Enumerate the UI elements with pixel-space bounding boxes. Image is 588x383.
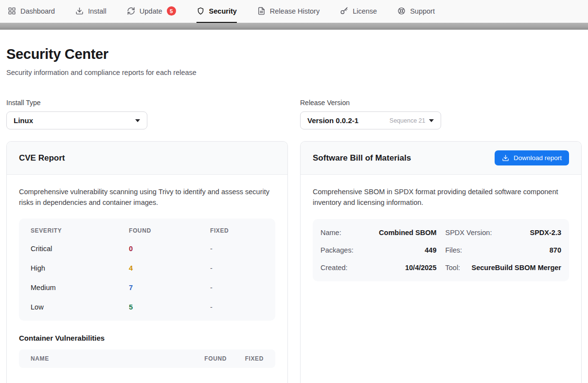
severity-name: Medium	[31, 284, 129, 292]
release-version-value: Version 0.0.2-1	[307, 116, 358, 125]
sbom-field-packages: Packages: 449	[321, 241, 437, 259]
chevron-down-icon	[135, 119, 140, 122]
field-label: Packages:	[321, 246, 354, 254]
field-label: Created:	[321, 264, 348, 272]
sbom-field-files: Files: 870	[445, 241, 562, 259]
severity-name: High	[31, 264, 129, 272]
table-row: Medium 7 -	[31, 278, 264, 297]
severity-table-header: SEVERITY FOUND FIXED	[31, 220, 264, 239]
key-icon	[340, 7, 348, 15]
nav-item-update[interactable]: Update 5	[127, 0, 176, 23]
field-value: 449	[425, 246, 436, 254]
main-content: Security Center Security information and…	[0, 46, 588, 383]
field-value: Combined SBOM	[379, 229, 436, 237]
container-vulnerabilities-table-header: NAME FOUND FIXED	[19, 349, 275, 368]
name-column-header: NAME	[31, 355, 184, 362]
field-value: 10/4/2025	[405, 264, 437, 272]
cve-description: Comprehensive vulnerability scanning usi…	[19, 187, 274, 208]
dashboard-grid-icon	[8, 7, 16, 15]
download-report-label: Download report	[514, 154, 562, 162]
top-navigation: Dashboard Install Update 5 Security Rele…	[0, 0, 588, 23]
fixed-count: -	[210, 245, 264, 253]
lifebuoy-icon	[397, 7, 406, 15]
field-value: 870	[550, 246, 561, 254]
install-type-label: Install Type	[6, 99, 288, 107]
found-column-header: FOUND	[196, 355, 227, 362]
sbom-card: Software Bill of Materials Download repo…	[300, 141, 582, 383]
table-row: Critical 0 -	[31, 239, 264, 258]
nav-item-dashboard[interactable]: Dashboard	[8, 0, 55, 23]
found-count: 7	[129, 284, 210, 292]
found-count: 0	[129, 245, 210, 253]
shield-icon	[196, 7, 205, 15]
found-column-header: FOUND	[129, 227, 210, 234]
field-value: SPDX-2.3	[530, 229, 561, 237]
nav-label: License	[353, 7, 377, 15]
sbom-card-title: Software Bill of Materials	[313, 153, 411, 163]
severity-column-header: SEVERITY	[31, 227, 129, 234]
severity-name: Low	[31, 303, 129, 311]
nav-item-release-history[interactable]: Release History	[257, 0, 320, 23]
sequence-hint: Sequence 21	[390, 117, 426, 124]
nav-label: Dashboard	[20, 7, 55, 15]
release-version-label: Release Version	[300, 99, 582, 107]
filters-row: Install Type Linux Release Version Versi…	[6, 99, 582, 129]
install-type-filter: Install Type Linux	[6, 99, 288, 129]
container-vulnerabilities-title: Container Vulnerabilities	[19, 334, 275, 342]
found-count: 4	[129, 264, 210, 272]
download-report-button[interactable]: Download report	[495, 150, 569, 165]
download-icon	[502, 154, 509, 162]
fixed-count: -	[210, 284, 264, 292]
nav-item-install[interactable]: Install	[75, 0, 107, 23]
download-icon	[75, 7, 84, 15]
nav-label: Update	[140, 7, 162, 15]
fixed-column-header: FIXED	[210, 227, 264, 234]
page-title: Security Center	[6, 46, 582, 62]
release-version-filter: Release Version Version 0.0.2-1 Sequence…	[300, 99, 582, 129]
field-label: SPDX Version:	[445, 229, 492, 237]
release-version-select[interactable]: Version 0.0.2-1 Sequence 21	[300, 111, 441, 129]
nav-item-license[interactable]: License	[340, 0, 377, 23]
sbom-field-tool: Tool: SecureBuild SBOM Merger	[445, 259, 562, 276]
document-icon	[257, 7, 266, 15]
chevron-down-icon	[429, 119, 434, 122]
fixed-column-header: FIXED	[238, 355, 264, 362]
nav-label: Security	[209, 7, 237, 15]
top-scroll-shadow	[0, 23, 588, 30]
severity-name: Critical	[31, 245, 129, 253]
field-value: SecureBuild SBOM Merger	[471, 264, 561, 272]
refresh-icon	[127, 7, 135, 15]
field-label: Tool:	[445, 264, 461, 272]
field-label: Files:	[445, 246, 463, 254]
severity-table: SEVERITY FOUND FIXED Critical 0 - High 4…	[19, 219, 275, 321]
report-cards: CVE Report Comprehensive vulnerability s…	[6, 141, 582, 383]
nav-item-support[interactable]: Support	[397, 0, 435, 23]
sbom-info-grid: Name: Combined SBOM SPDX Version: SPDX-2…	[313, 219, 569, 281]
sbom-field-name: Name: Combined SBOM	[321, 224, 437, 241]
sbom-description: Comprehensive SBOM in SPDX format provid…	[313, 187, 568, 208]
install-type-value: Linux	[14, 116, 33, 125]
nav-label: Install	[88, 7, 107, 15]
cve-report-card: CVE Report Comprehensive vulnerability s…	[6, 141, 288, 383]
nav-label: Support	[410, 7, 435, 15]
update-count-badge: 5	[167, 6, 176, 16]
cve-card-body: Comprehensive vulnerability scanning usi…	[7, 175, 287, 380]
table-row: Low 5 -	[31, 297, 264, 317]
nav-label: Release History	[270, 7, 320, 15]
install-type-select[interactable]: Linux	[6, 111, 147, 129]
cve-card-header: CVE Report	[7, 142, 287, 175]
found-count: 5	[129, 303, 210, 311]
fixed-count: -	[210, 264, 264, 272]
sbom-card-header: Software Bill of Materials Download repo…	[301, 142, 581, 175]
field-label: Name:	[321, 229, 341, 237]
nav-item-security[interactable]: Security	[196, 0, 237, 23]
sbom-field-spdx-version: SPDX Version: SPDX-2.3	[445, 224, 562, 241]
fixed-count: -	[210, 303, 264, 311]
table-row: High 4 -	[31, 258, 264, 278]
page-subtitle: Security information and compliance repo…	[6, 69, 582, 76]
cve-card-title: CVE Report	[19, 153, 65, 163]
sbom-card-body: Comprehensive SBOM in SPDX format provid…	[301, 175, 581, 293]
sbom-field-created: Created: 10/4/2025	[321, 259, 437, 276]
